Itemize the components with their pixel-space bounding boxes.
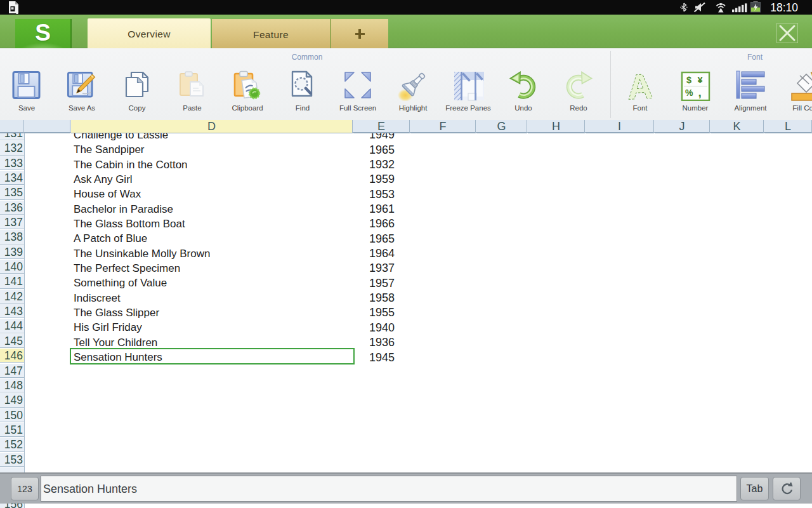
svg-text:¥: ¥ <box>698 75 703 85</box>
svg-text:$: $ <box>686 75 691 85</box>
svg-text:A: A <box>627 69 653 101</box>
svg-text:%: % <box>685 88 693 98</box>
svg-text:,: , <box>698 86 702 99</box>
